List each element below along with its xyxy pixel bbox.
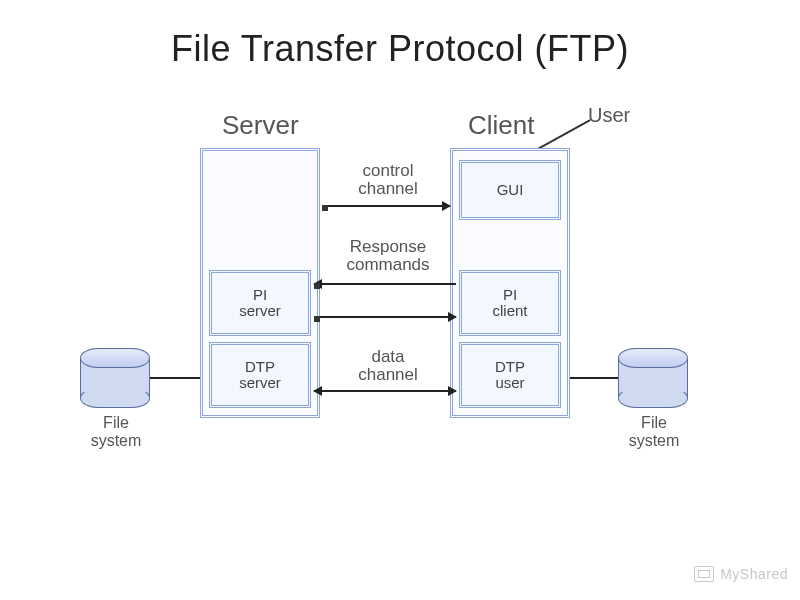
user-label: User [588, 104, 630, 127]
server-label: Server [222, 110, 299, 141]
file-system-left-cylinder [80, 348, 150, 408]
pi-client-box: PI client [459, 270, 561, 336]
control-channel-arrow [322, 205, 450, 207]
client-fs-connector [570, 377, 618, 379]
response-commands-label: Response commands [328, 238, 448, 274]
watermark: MyShared [694, 566, 788, 582]
commands-arrow [314, 316, 456, 318]
gui-box: GUI [459, 160, 561, 220]
data-channel-arrow [314, 390, 456, 392]
diagram-title: File Transfer Protocol (FTP) [0, 0, 800, 70]
watermark-icon [694, 566, 714, 582]
diagram-stage: Server Client User PI server DTP server … [0, 70, 800, 590]
client-label: Client [468, 110, 534, 141]
dtp-user-box: DTP user [459, 342, 561, 408]
server-fs-connector [150, 377, 200, 379]
pi-server-box: PI server [209, 270, 311, 336]
file-system-right-cylinder [618, 348, 688, 408]
data-channel-label: data channel [328, 348, 448, 384]
control-channel-label: control channel [328, 162, 448, 198]
response-arrow [314, 283, 456, 285]
file-system-left-label: File system [76, 414, 156, 449]
watermark-text: MyShared [720, 566, 788, 582]
dtp-server-box: DTP server [209, 342, 311, 408]
file-system-right-label: File system [614, 414, 694, 449]
